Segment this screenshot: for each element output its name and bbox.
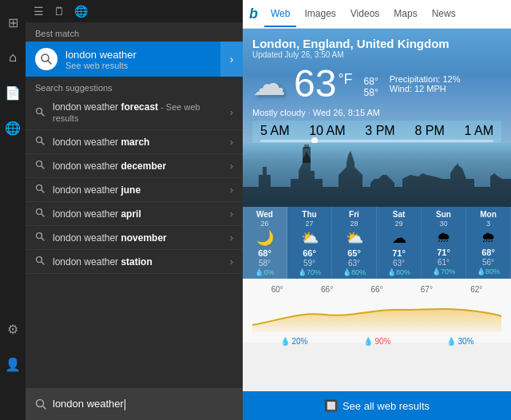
suggestion-arrow-3: › [230, 184, 233, 196]
tab-news[interactable]: News [426, 2, 462, 27]
search-bar-icon [35, 398, 46, 410]
forecast-day-5[interactable]: Mon 3 🌧 68° 56° 💧80% [466, 207, 511, 279]
sidebar: ⊞ ⌂ 📄 🌐 ⚙ 👤 [0, 0, 26, 420]
chart-val-3: 66° [370, 285, 382, 294]
svg-line-15 [42, 262, 44, 264]
sidebar-doc-icon[interactable]: 📄 [0, 77, 26, 109]
forecast-daynum-3: 29 [394, 220, 402, 228]
forecast-high-1: 66° [303, 248, 316, 258]
svg-line-19 [43, 406, 46, 410]
suggestion-item-1[interactable]: london weather march › [26, 130, 243, 154]
svg-point-14 [37, 257, 42, 263]
search-bar-text: london weather [53, 398, 125, 410]
tab-maps[interactable]: Maps [387, 2, 423, 27]
suggestion-text-3: london weather june [53, 184, 225, 196]
sidebar-windows-icon[interactable]: ⊞ [0, 6, 26, 38]
city-image [243, 143, 511, 207]
search-small-icon-2 [35, 160, 45, 172]
globe-icon[interactable]: 🌐 [74, 5, 88, 18]
suggestions-label: Search suggestions [26, 77, 243, 96]
forecast-dayname-3: Sat [393, 210, 406, 219]
best-match-item[interactable]: london weather See web results › [26, 42, 243, 77]
weather-header: London, England, United Kingdom Updated … [243, 29, 511, 143]
tab-web[interactable]: Web [264, 2, 296, 27]
doc-icon[interactable]: 🗒 [53, 5, 65, 18]
svg-line-5 [42, 142, 44, 145]
chart-val-5: 62° [470, 285, 482, 294]
forecast-low-3: 63° [393, 259, 405, 267]
timeline-indicator [311, 137, 318, 143]
timeline-label-5am: 5 AM [260, 124, 289, 138]
temp-c-range: 58° [364, 87, 378, 98]
sidebar-home-icon[interactable]: ⌂ [0, 42, 26, 73]
suggestion-text-2: london weather december [53, 160, 225, 172]
cloud-icon: ☁ [252, 64, 286, 103]
forecast-icon-3: ☁ [392, 229, 406, 247]
forecast-day-1[interactable]: Thu 27 ⛅ 66° 59° 💧70% [287, 207, 332, 279]
forecast-high-3: 71° [392, 248, 406, 258]
svg-point-6 [37, 161, 42, 167]
best-match-label: Best match [26, 22, 243, 42]
see-all-icon: 🔲 [324, 399, 338, 412]
precip-item-1: 💧 20% [280, 337, 308, 346]
forecast-day-2[interactable]: Fri 28 ⛅ 65° 63° 💧80% [332, 207, 377, 279]
forecast-precip-1: 💧70% [298, 268, 321, 276]
forecast-low-4: 61° [438, 258, 450, 267]
svg-rect-16 [303, 147, 311, 163]
forecast-icon-0: 🌙 [256, 229, 274, 247]
suggestion-text-5: london weather november [53, 232, 225, 244]
forecast-precip-3: 💧80% [387, 268, 410, 276]
best-match-arrow[interactable]: › [220, 42, 243, 77]
sidebar-globe-icon[interactable]: 🌐 [0, 112, 26, 144]
svg-rect-17 [304, 145, 309, 149]
suggestion-item-4[interactable]: london weather april › [26, 202, 243, 226]
forecast-precip-4: 💧70% [432, 267, 455, 275]
top-icon-row: ☰ 🗒 🌐 [26, 0, 243, 22]
forecast-precip-2: 💧80% [343, 268, 366, 276]
best-match-title: london weather [65, 49, 233, 61]
suggestions-list: london weather forecast - See web result… [26, 96, 243, 274]
forecast-strip: Wed 26 🌙 68° 58° 💧0% Thu 27 ⛅ 66° 59° 💧7… [243, 207, 511, 279]
best-match-subtitle: See web results [65, 61, 233, 70]
sidebar-user-icon[interactable]: 👤 [0, 348, 26, 380]
precip-value: Precipitation: 12% [390, 74, 461, 84]
suggestion-item-5[interactable]: london weather november › [26, 226, 243, 250]
forecast-dayname-5: Mon [480, 210, 497, 219]
svg-point-12 [37, 233, 42, 239]
forecast-day-3[interactable]: Sat 29 ☁ 71° 63° 💧80% [377, 207, 422, 279]
weather-panel: b WebImagesVideosMapsNews London, Englan… [243, 0, 511, 420]
hamburger-icon[interactable]: ☰ [34, 5, 44, 18]
search-panel: ☰ 🗒 🌐 Best match london weather See web … [26, 0, 243, 420]
suggestion-item-2[interactable]: london weather december › [26, 154, 243, 178]
best-match-text: london weather See web results [65, 49, 233, 70]
suggestion-text-1: london weather march [53, 137, 225, 148]
svg-point-10 [37, 209, 42, 215]
suggestion-item-0[interactable]: london weather forecast - See web result… [26, 96, 243, 130]
forecast-dayname-4: Sun [436, 210, 451, 219]
search-small-icon-0 [35, 107, 45, 119]
suggestion-item-6[interactable]: london weather station › [26, 250, 243, 274]
forecast-high-5: 68° [481, 248, 495, 257]
suggestion-text-6: london weather station [53, 256, 225, 267]
tabs-container: WebImagesVideosMapsNews [264, 2, 462, 26]
forecast-day-4[interactable]: Sun 30 🌧 71° 61° 💧70% [422, 207, 466, 279]
suggestion-arrow-6: › [230, 256, 233, 267]
precip-row: 💧 20% 💧 90% 💧 30% [252, 337, 501, 346]
tab-images[interactable]: Images [298, 2, 342, 27]
forecast-precip-5: 💧80% [477, 267, 500, 275]
wind-value: Wind: 12 MPH [390, 84, 461, 93]
sidebar-settings-icon[interactable]: ⚙ [0, 313, 26, 345]
search-bar[interactable]: london weather [26, 388, 243, 420]
forecast-day-0[interactable]: Wed 26 🌙 68° 58° 💧0% [243, 207, 287, 279]
suggestion-arrow-0: › [230, 107, 233, 118]
timeline: 5 AM 10 AM 3 PM 8 PM 1 AM [252, 121, 501, 143]
search-small-icon-4 [35, 208, 45, 220]
suggestion-arrow-2: › [230, 160, 233, 172]
suggestion-item-3[interactable]: london weather june › [26, 178, 243, 202]
weather-city: London, England, United Kingdom [252, 37, 501, 50]
chart-val-2: 66° [321, 285, 333, 294]
see-all-button[interactable]: 🔲 See all web results [243, 391, 511, 420]
tab-videos[interactable]: Videos [344, 2, 386, 27]
temp-f-range: 68° [364, 76, 378, 87]
bing-logo: b [249, 6, 258, 22]
